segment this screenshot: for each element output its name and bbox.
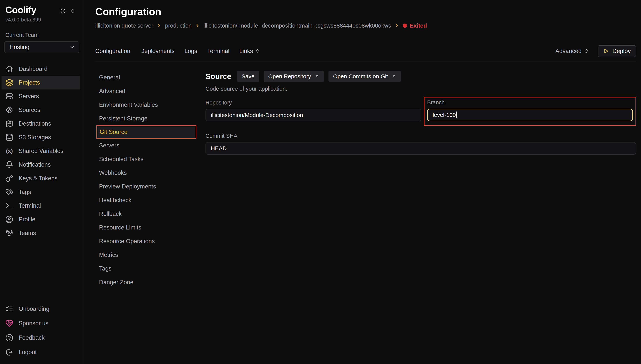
open-commits-label: Open Commits on Git bbox=[333, 73, 388, 80]
sidebar-item-dashboard[interactable]: Dashboard bbox=[2, 62, 81, 76]
branch-annotation-box: Branch level-100 bbox=[424, 97, 636, 126]
subnav-item-rollback[interactable]: Rollback bbox=[95, 207, 206, 221]
tab-configuration[interactable]: Configuration bbox=[95, 48, 130, 54]
save-button-label: Save bbox=[242, 73, 255, 80]
subnav-item-tags[interactable]: Tags bbox=[95, 262, 206, 276]
sidebar-item-teams[interactable]: Teams bbox=[2, 226, 81, 240]
chevron-right-icon bbox=[394, 23, 399, 28]
sidebar-item-profile[interactable]: Profile bbox=[2, 212, 81, 226]
tab-bar: ConfigurationDeploymentsLogsTerminalLink… bbox=[95, 45, 636, 62]
app-root: Coolify v4.0.0-beta.399 Current Team Hos… bbox=[0, 0, 641, 364]
team-select-value: Hosting bbox=[10, 44, 30, 50]
sidebar-item-shared-variables[interactable]: (x)Shared Variables bbox=[2, 144, 81, 158]
sidebar-item-notifications[interactable]: Notifications bbox=[2, 158, 81, 172]
arrow-up-right-icon bbox=[391, 74, 396, 79]
source-fields: Repository illicitestonion/Module-Decomp… bbox=[206, 100, 636, 155]
sidebar-item-label: Keys & Tokens bbox=[19, 175, 58, 182]
app-version: v4.0.0-beta.399 bbox=[5, 17, 83, 23]
chevrons-up-down-icon[interactable] bbox=[70, 8, 76, 14]
subnav-item-scheduled-tasks[interactable]: Scheduled Tasks bbox=[95, 152, 206, 166]
subnav-item-resource-operations[interactable]: Resource Operations bbox=[95, 234, 206, 248]
save-button[interactable]: Save bbox=[237, 71, 259, 82]
branch-input[interactable]: level-100 bbox=[427, 109, 633, 121]
source-panel: Source Save Open Repository Open Commits… bbox=[206, 71, 636, 364]
sidebar-item-logout[interactable]: Logout bbox=[2, 345, 81, 360]
sidebar-item-terminal[interactable]: Terminal bbox=[2, 199, 81, 212]
subnav-item-persistent-storage[interactable]: Persistent Storage bbox=[95, 112, 206, 126]
text-cursor bbox=[456, 112, 457, 118]
breadcrumb-segment[interactable]: illicitonion quote server bbox=[95, 22, 153, 29]
subnav-item-git-source[interactable]: Git Source bbox=[98, 126, 195, 138]
sidebar-footer-nav: OnboardingSponsor usFeedbackLogout bbox=[0, 302, 83, 360]
tab-terminal[interactable]: Terminal bbox=[207, 48, 229, 54]
tab-logs[interactable]: Logs bbox=[184, 48, 197, 54]
status-dot bbox=[403, 24, 407, 28]
deploy-button[interactable]: Deploy bbox=[598, 45, 636, 57]
subnav-item-healthcheck[interactable]: Healthcheck bbox=[95, 194, 206, 207]
subnav-item-preview-deployments[interactable]: Preview Deployments bbox=[95, 180, 206, 194]
tab-deployments[interactable]: Deployments bbox=[140, 48, 175, 54]
subnav-item-danger-zone[interactable]: Danger Zone bbox=[95, 276, 206, 289]
sun-icon[interactable] bbox=[60, 8, 66, 14]
subnav-item-advanced[interactable]: Advanced bbox=[95, 84, 206, 98]
chevron-right-icon bbox=[195, 23, 200, 28]
subnav-item-webhooks[interactable]: Webhooks bbox=[95, 166, 206, 180]
sidebar-item-label: Shared Variables bbox=[19, 148, 64, 154]
map-icon bbox=[5, 120, 13, 128]
sidebar-header: Coolify bbox=[0, 5, 83, 16]
subnav-item-servers[interactable]: Servers bbox=[95, 139, 206, 152]
server-icon bbox=[5, 92, 13, 100]
tab-links[interactable]: Links bbox=[239, 48, 260, 54]
open-commits-button[interactable]: Open Commits on Git bbox=[328, 71, 401, 82]
sidebar-item-s3-storages[interactable]: S3 Storages bbox=[2, 130, 81, 144]
sidebar-item-label: Profile bbox=[19, 216, 35, 223]
breadcrumb-segment[interactable]: illicitestonion/-module--decomposition:m… bbox=[203, 22, 391, 29]
repository-input[interactable]: illicitestonion/Module-Decomposition bbox=[206, 109, 421, 122]
subnav-item-general[interactable]: General bbox=[95, 71, 206, 84]
sidebar-item-label: Sponsor us bbox=[19, 320, 49, 327]
subnav-item-resource-limits[interactable]: Resource Limits bbox=[95, 221, 206, 234]
sidebar-item-tags[interactable]: Tags bbox=[2, 185, 81, 199]
branch-label: Branch bbox=[427, 99, 633, 106]
sidebar-item-label: Feedback bbox=[19, 334, 45, 341]
tabs: ConfigurationDeploymentsLogsTerminalLink… bbox=[95, 48, 260, 54]
users-icon bbox=[5, 229, 13, 237]
tab-label: Terminal bbox=[207, 48, 229, 54]
git-source-icon bbox=[5, 106, 13, 114]
sidebar-item-label: S3 Storages bbox=[19, 134, 51, 141]
advanced-dropdown[interactable]: Advanced bbox=[555, 48, 589, 54]
sidebar-item-sources[interactable]: Sources bbox=[2, 103, 81, 117]
breadcrumb-segment[interactable]: production bbox=[165, 22, 192, 29]
commit-sha-input-value: HEAD bbox=[211, 145, 227, 152]
chevrons-up-down-icon bbox=[255, 48, 260, 54]
sidebar-item-label: Dashboard bbox=[19, 66, 48, 72]
team-select[interactable]: Hosting bbox=[4, 41, 79, 53]
sidebar: Coolify v4.0.0-beta.399 Current Team Hos… bbox=[0, 0, 84, 364]
database-icon bbox=[5, 133, 13, 141]
git-source-annotation-box: Git Source bbox=[96, 126, 196, 139]
source-panel-header: Source Save Open Repository Open Commits… bbox=[206, 71, 636, 82]
open-repository-button[interactable]: Open Repository bbox=[264, 71, 324, 82]
arrow-up-right-icon bbox=[314, 74, 319, 79]
tag-icon bbox=[5, 188, 13, 196]
sidebar-item-destinations[interactable]: Destinations bbox=[2, 117, 81, 130]
settings-subnav: GeneralAdvancedEnvironment VariablesPers… bbox=[95, 71, 206, 364]
sidebar-item-projects[interactable]: Projects bbox=[2, 76, 81, 90]
subnav-item-metrics[interactable]: Metrics bbox=[95, 248, 206, 262]
sidebar-item-keys-tokens[interactable]: Keys & Tokens bbox=[2, 172, 81, 185]
sidebar-item-feedback[interactable]: Feedback bbox=[2, 330, 81, 345]
main-area: Configuration illicitonion quote serverp… bbox=[84, 0, 641, 364]
tab-actions: Advanced Deploy bbox=[555, 45, 636, 57]
subnav-item-environment-variables[interactable]: Environment Variables bbox=[95, 98, 206, 112]
app-logo[interactable]: Coolify bbox=[5, 5, 36, 16]
commit-sha-input[interactable]: HEAD bbox=[206, 142, 636, 155]
sidebar-item-sponsor-us[interactable]: Sponsor us bbox=[2, 316, 81, 330]
sidebar-item-label: Logout bbox=[19, 349, 37, 356]
sidebar-item-servers[interactable]: Servers bbox=[2, 90, 81, 103]
sidebar-item-label: Tags bbox=[19, 189, 31, 196]
commit-sha-label: Commit SHA bbox=[206, 133, 636, 139]
page-title: Configuration bbox=[95, 6, 636, 18]
sidebar-item-onboarding[interactable]: Onboarding bbox=[2, 302, 81, 316]
open-repository-label: Open Repository bbox=[268, 73, 311, 80]
heart-handshake-icon bbox=[5, 319, 13, 327]
